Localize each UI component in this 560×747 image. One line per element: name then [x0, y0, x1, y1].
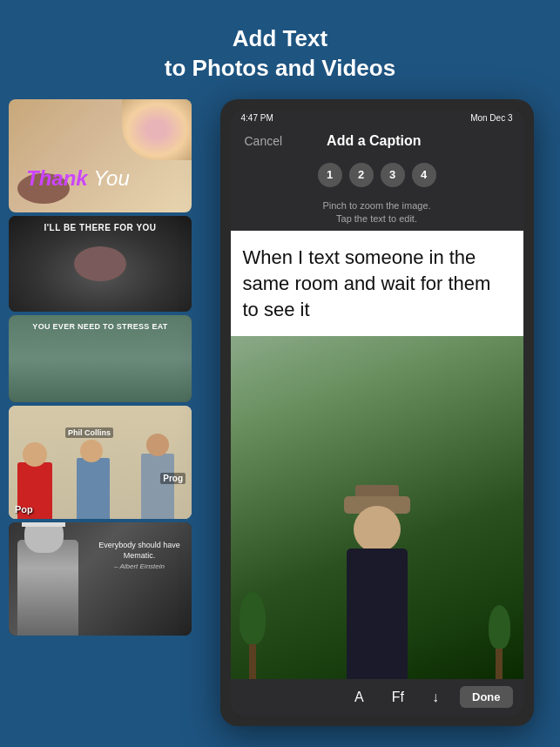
thumbnail-column: Thank You I'LL BE THERE FOR YOU YOU EVER…	[9, 99, 192, 636]
font-icon[interactable]: Ff	[385, 686, 411, 709]
caption-text-area[interactable]: When I text someone in the same room and…	[231, 231, 523, 336]
flowers-decoration	[122, 99, 192, 160]
content-area: Thank You I'LL BE THERE FOR YOU YOU EVER…	[0, 99, 560, 726]
einstein-body	[17, 540, 78, 636]
meme-background: Pop Phil Collins Prog	[9, 406, 192, 519]
page-title: Add Text to Photos and Videos	[17, 24, 543, 84]
hint-text: Pinch to zoom the image. Tap the text to…	[231, 194, 523, 232]
meme-figures: Pop Phil Collins Prog	[9, 406, 192, 519]
einstein-attribution: – Albert Einstein	[96, 562, 183, 571]
einstein-quote-text: Everybody should have Mematic.	[96, 540, 183, 562]
caption-text: When I text someone in the same room and…	[243, 246, 491, 320]
status-bar: 4:47 PM Mon Dec 3	[231, 110, 523, 126]
person-phil-collins: Phil Collins	[61, 423, 131, 519]
step-3[interactable]: 3	[381, 163, 405, 187]
tree-1	[240, 592, 266, 679]
header-section: Add Text to Photos and Videos	[0, 0, 560, 99]
woman-figure	[325, 488, 429, 679]
thumbnail-pig[interactable]: I'LL BE THERE FOR YOU	[9, 216, 192, 312]
nav-bar: Cancel Add a Caption	[231, 126, 523, 156]
pig-snout	[74, 246, 126, 281]
pop-label: Pop	[15, 504, 33, 515]
cancel-button[interactable]: Cancel	[245, 134, 283, 148]
step-4[interactable]: 4	[412, 163, 436, 187]
photo-area	[231, 336, 523, 678]
step-2[interactable]: 2	[349, 163, 374, 187]
ipad-mockup: 4:47 PM Mon Dec 3 Cancel Add a Caption 1…	[220, 99, 534, 726]
prog-head	[146, 434, 169, 456]
einstein-quote: Everybody should have Mematic. – Albert …	[96, 540, 183, 571]
you-word: You	[93, 166, 129, 190]
thank-you-text: Thank You	[26, 166, 130, 191]
phil-body	[77, 458, 110, 519]
einstein-background: Everybody should have Mematic. – Albert …	[9, 522, 192, 636]
stress-background: YOU EVER NEED TO STRESS EAT	[9, 315, 192, 402]
step-1[interactable]: 1	[318, 163, 342, 187]
thumbnail-stress-eat[interactable]: YOU EVER NEED TO STRESS EAT	[9, 315, 192, 402]
ipad-screen: 4:47 PM Mon Dec 3 Cancel Add a Caption 1…	[231, 110, 523, 716]
pig-text: I'LL BE THERE FOR YOU	[9, 223, 192, 232]
text-style-a-icon[interactable]: A	[347, 686, 371, 709]
step-indicators: 1 2 3 4	[231, 156, 523, 194]
phil-label: Phil Collins	[65, 427, 113, 438]
ipad-column: 4:47 PM Mon Dec 3 Cancel Add a Caption 1…	[202, 99, 551, 726]
status-time: 4:47 PM	[241, 113, 273, 123]
thumbnail-thank-you[interactable]: Thank You	[9, 99, 192, 212]
pop-head	[23, 442, 47, 467]
einstein-hair	[22, 522, 65, 527]
nav-title: Add a Caption	[327, 133, 421, 149]
toolbar: A Ff ↓ Done	[231, 679, 523, 716]
phil-head	[80, 440, 103, 462]
woman-head	[354, 506, 401, 553]
thumbnail-phil-collins[interactable]: Pop Phil Collins Prog	[9, 406, 192, 519]
einstein-head	[24, 522, 64, 553]
person-pop: Pop	[13, 432, 61, 519]
status-date: Mon Dec 3	[470, 113, 512, 123]
download-icon[interactable]: ↓	[425, 686, 446, 709]
pig-face: I'LL BE THERE FOR YOU	[9, 216, 192, 312]
done-button[interactable]: Done	[460, 686, 513, 708]
prog-label: Prog	[160, 473, 186, 484]
woman-body	[347, 548, 408, 679]
stress-text: YOU EVER NEED TO STRESS EAT	[9, 322, 192, 331]
prog-body	[141, 454, 174, 519]
thank-word: Thank	[26, 166, 88, 190]
photo-background	[231, 336, 523, 678]
tree-2	[489, 605, 510, 679]
person-prog: Prog	[131, 414, 187, 519]
thumbnail-einstein[interactable]: Everybody should have Mematic. – Albert …	[9, 522, 192, 636]
